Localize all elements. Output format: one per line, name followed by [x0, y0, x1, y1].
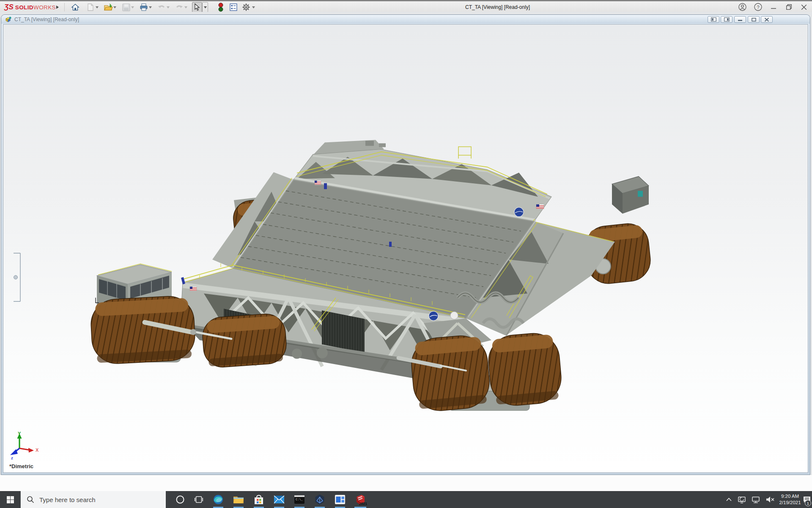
search-input[interactable]	[38, 496, 148, 504]
hidden-icons-button[interactable]	[722, 491, 735, 508]
taskbar-search[interactable]	[20, 491, 166, 508]
taskbar-app-mail[interactable]	[269, 491, 289, 508]
taskbar-app-solidworks[interactable]: 2021	[350, 491, 370, 508]
app-title: CT_TA [Viewing] [Read-only]	[465, 4, 530, 10]
chevron-down-icon	[252, 6, 255, 8]
3d-model-crawler-transporter	[3, 25, 808, 473]
open-dropdown[interactable]	[112, 2, 118, 12]
file-explorer-icon	[233, 495, 244, 504]
viewport-3d[interactable]: Y X Z *Dimetric	[3, 24, 808, 473]
photos-app-icon	[335, 494, 346, 505]
windows-logo-icon	[7, 496, 14, 503]
pane-right-button[interactable]	[721, 16, 732, 23]
taskbar-app-file-explorer[interactable]	[228, 491, 249, 508]
help-button[interactable]: ?	[751, 1, 765, 13]
view-orientation-label: *Dimetric	[9, 463, 33, 469]
chevron-down-icon	[167, 6, 170, 8]
taskbar-app-photos[interactable]	[330, 491, 350, 508]
search-icon	[27, 496, 34, 503]
network-icon	[752, 496, 760, 503]
track-front-right-a	[409, 334, 491, 413]
clock-date: 2/19/2021	[777, 500, 803, 506]
toolbar-separator	[64, 3, 65, 11]
minimize-icon	[771, 5, 776, 10]
mail-icon	[274, 495, 285, 504]
solidworks-app-window: ƷSSOLIDWORKS	[0, 0, 812, 508]
flag-decal	[190, 287, 197, 291]
notification-badge[interactable]: 1	[805, 500, 811, 506]
tray-volume-button[interactable]	[764, 491, 777, 508]
track-front-left-b	[201, 313, 288, 369]
task-view-button[interactable]	[189, 491, 208, 508]
tray-network-button[interactable]	[749, 491, 762, 508]
status-bar	[0, 475, 812, 491]
print-dropdown[interactable]	[147, 2, 153, 12]
save-dropdown[interactable]	[129, 2, 135, 12]
feature-pane-splitter-handle[interactable]	[11, 252, 24, 302]
select-cursor-icon	[194, 3, 200, 11]
options-button[interactable]	[241, 2, 251, 12]
toolbar-flyout-button[interactable]	[54, 2, 61, 12]
restore-icon	[786, 4, 792, 10]
restore-icon	[752, 18, 756, 22]
minimize-icon	[738, 18, 742, 21]
account-button[interactable]	[735, 1, 749, 13]
restore-button[interactable]	[782, 1, 796, 13]
nasa-logo-decal	[514, 207, 524, 217]
help-icon: ?	[754, 3, 762, 11]
new-document-icon	[87, 3, 94, 11]
doc-close-button[interactable]	[761, 16, 773, 23]
print-icon	[140, 3, 148, 11]
doc-restore-button[interactable]	[748, 16, 760, 23]
orientation-triad[interactable]: Y X Z	[7, 426, 47, 462]
select-tool-dropdown[interactable]	[202, 2, 208, 12]
flyout-arrow-icon	[56, 5, 59, 9]
triad-x-label: X	[36, 447, 39, 453]
options-dropdown[interactable]	[250, 2, 256, 12]
document-titlebar[interactable]: CT_TA [Viewing] [Read-only]	[1, 15, 810, 24]
pane-right-icon	[724, 17, 730, 22]
taskbar-app-store[interactable]	[249, 491, 269, 508]
edge-icon	[213, 494, 224, 505]
home-button[interactable]	[70, 2, 80, 12]
assembly-document-icon	[5, 16, 12, 23]
flag-decal	[536, 204, 544, 209]
triad-z-label: Z	[11, 456, 13, 460]
close-button[interactable]	[797, 1, 811, 13]
cortana-icon	[176, 495, 185, 504]
display-settings-button[interactable]	[228, 2, 239, 12]
chevron-down-icon	[204, 6, 207, 8]
cortana-button[interactable]	[171, 491, 189, 508]
rebuild-button[interactable]	[216, 2, 226, 12]
undo-icon	[157, 4, 166, 11]
solidworks-logo: ƷSSOLIDWORKS	[4, 3, 56, 12]
rear-cab	[612, 177, 649, 214]
pane-left-icon	[711, 17, 716, 22]
taskbar-clock[interactable]: 9:20 AM 2/19/2021	[777, 493, 803, 506]
microsoft-store-icon	[254, 494, 264, 505]
account-icon	[738, 3, 746, 11]
windows-taskbar: C:\_	[0, 491, 812, 508]
taskbar-app-modeling[interactable]	[310, 491, 330, 508]
solidworks-year-badge: 2021	[359, 502, 367, 506]
doc-minimize-button[interactable]	[734, 16, 746, 23]
close-icon	[801, 5, 807, 10]
start-button[interactable]	[0, 491, 20, 508]
minimize-button[interactable]	[766, 1, 781, 13]
list-options-icon	[230, 3, 237, 11]
command-prompt-icon: C:\_	[294, 495, 305, 504]
undo-dropdown[interactable]	[165, 2, 171, 12]
new-document-dropdown[interactable]	[94, 2, 100, 12]
chevron-down-icon	[96, 6, 99, 8]
taskbar-app-edge[interactable]	[208, 491, 228, 508]
select-tool-button[interactable]	[192, 2, 202, 12]
solidworks-logo-glyph: ƷS	[4, 3, 14, 11]
task-view-icon	[195, 496, 203, 503]
taskbar-app-terminal[interactable]: C:\_	[289, 491, 310, 508]
tray-display-button[interactable]	[735, 491, 748, 508]
redo-dropdown[interactable]	[183, 2, 189, 12]
clock-time: 9:20 AM	[777, 493, 803, 500]
redo-icon	[175, 4, 184, 11]
home-icon	[71, 3, 80, 11]
pane-left-button[interactable]	[708, 16, 719, 23]
